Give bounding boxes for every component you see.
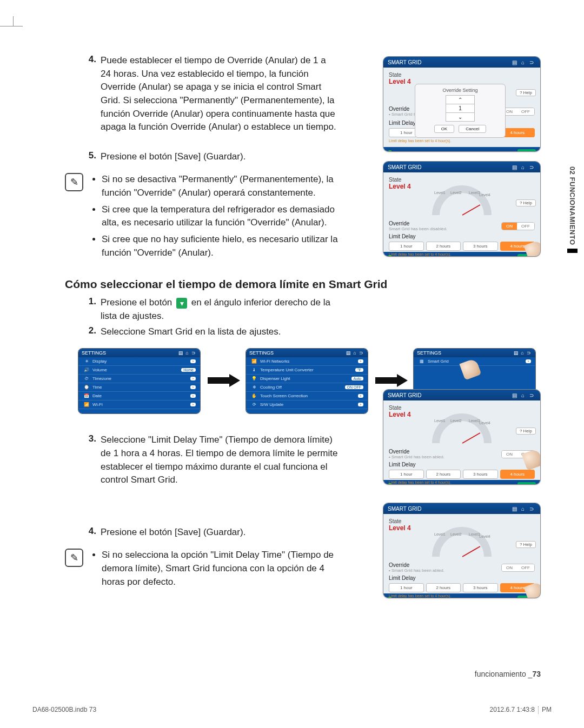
note-item: Si cree que la temperatura del refrigera… — [102, 203, 340, 230]
smart-grid-panel-override-on: SMART GRID▤⌂⊃ State Level 4 Level1Level2… — [383, 161, 541, 257]
settings-panel-a: SETTINGS▤⌂⊃☀Display›🔊VolumeHome⏱Timezone… — [78, 348, 201, 414]
step-num: 2. — [84, 325, 96, 336]
back-icon: ⊃ — [527, 59, 536, 65]
home-icon: ⌂ — [519, 59, 527, 65]
note-icon: ✎ — [65, 173, 83, 191]
note-list: Si no selecciona la opción "Limit Delay … — [89, 549, 340, 592]
section-side-tab: 02 FUNCIONAMIENTO — [566, 163, 579, 256]
step-text: Presione el botón ▾ en el ángulo inferio… — [101, 296, 339, 323]
stepper-value: 1 — [446, 104, 475, 112]
sg-title: SMART GRID — [388, 59, 421, 65]
override-stepper[interactable]: ⌃ 1 ⌄ — [446, 95, 475, 122]
sg-header: SMART GRID ▤⌂⊃ — [383, 57, 540, 68]
sg-state-label: State — [389, 72, 535, 78]
step-1b-row: 1. Presione el botón ▾ en el ángulo infe… — [65, 296, 552, 323]
section-title: Cómo seleccionar el tiempo de demora lím… — [65, 278, 552, 291]
save-button[interactable]: Save — [517, 149, 536, 152]
sg-footer: Push save button after complete the sett… — [383, 147, 540, 152]
note-icon: ✎ — [65, 549, 83, 567]
step-text: Puede establecer el tiempo de Override (… — [101, 54, 339, 134]
crop-mark — [0, 16, 27, 32]
manual-page: 02 FUNCIONAMIENTO 4. Puede establecer el… — [0, 0, 584, 728]
note-item: Si no se desactiva "Permanently" (Perman… — [102, 173, 340, 199]
side-tab-label: FUNCIONAMIENTO — [568, 177, 576, 245]
override-setting-popup: Override Setting ⌃ 1 ⌄ OK Cancel — [415, 84, 506, 138]
arrow-icon — [375, 374, 408, 387]
smart-grid-panel-limit-select: SMART GRID▤⌂⊃ State Level 4 Level1Level2… — [383, 389, 541, 485]
arrow-icon — [208, 374, 240, 387]
note-list: Si no se desactiva "Permanently" (Perman… — [89, 173, 340, 263]
ok-button[interactable]: OK — [434, 125, 455, 133]
side-tab-num: 02 — [568, 166, 576, 175]
svg-marker-0 — [208, 374, 240, 387]
cancel-button[interactable]: Cancel — [459, 125, 486, 133]
stepper-up[interactable]: ⌃ — [446, 95, 475, 104]
step-text: Presione el botón [Save] (Guardar). — [101, 526, 245, 539]
step-2b-row: 2. Seleccione Smart Grid en la lista de … — [65, 325, 552, 339]
step-num: 5. — [84, 150, 96, 161]
settings-panel-b: SETTINGS▤⌂⊃📶Wi-Fi Networks›🌡Temperature … — [245, 348, 368, 414]
page-footer: funcionamiento _73 — [475, 670, 541, 678]
print-date: 2012.6.7 1:43:8 — [490, 706, 535, 713]
step-text: Seleccione Smart Grid en la lista de aju… — [101, 325, 281, 339]
note-item: Si no selecciona la opción "Limit Delay … — [102, 549, 340, 589]
limit-footnote: Limit delay has been set to 4 hour(s). — [389, 139, 535, 143]
print-footer: DA68-02500B.indb 73 2012.6.7 1:43:8PM — [32, 705, 552, 714]
svg-marker-1 — [375, 374, 408, 387]
step-text: Seleccione "Limit Delay Time" (Tiempo de… — [101, 433, 339, 487]
smart-grid-panel-save: SMART GRID▤⌂⊃ State Level 4 Level1Level2… — [383, 503, 541, 598]
help-button[interactable]: ? Help — [516, 89, 536, 96]
step-num: 3. — [84, 433, 96, 444]
print-ampm: PM — [542, 706, 552, 713]
step-num: 4. — [84, 526, 96, 537]
stepper-down[interactable]: ⌄ — [446, 112, 475, 122]
step-num: 1. — [84, 296, 96, 307]
note-item: Si cree que no hay suficiente hielo, es … — [102, 233, 340, 259]
sg-header-icons: ▤⌂⊃ — [510, 59, 536, 65]
doc-icon: ▤ — [510, 59, 519, 65]
step-num: 4. — [84, 54, 96, 65]
step-text: Presione el botón [Save] (Guardar). — [101, 150, 245, 164]
override-toggle[interactable]: ONOFF — [501, 108, 535, 116]
finger-pointer-icon — [462, 360, 479, 378]
print-file: DA68-02500B.indb 73 — [32, 706, 96, 714]
smart-grid-panel-override-popup: SMART GRID ▤⌂⊃ State Level 4 ? Help Over… — [383, 56, 541, 152]
popup-title: Override Setting — [420, 88, 501, 93]
chevron-down-icon: ▾ — [176, 298, 187, 309]
